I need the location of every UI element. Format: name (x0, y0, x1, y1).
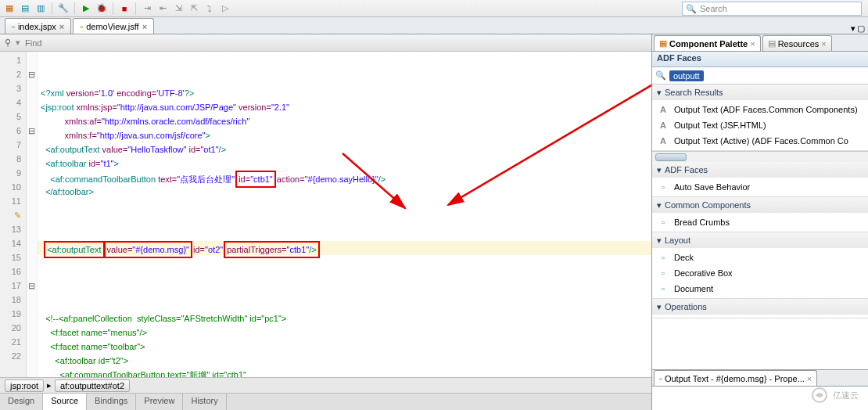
palette-item[interactable]: ▫Bread Crumbs (652, 214, 868, 230)
close-icon[interactable]: × (750, 39, 755, 49)
debug-icon[interactable]: 🐞 (95, 2, 108, 15)
code-line[interactable]: <af:outputText value="#{demo.msg}" id="o… (38, 241, 651, 255)
component-icon: ▫ (657, 268, 669, 279)
step-icon[interactable]: ⇥ (141, 2, 153, 15)
binoculars-icon: 🔍 (655, 70, 666, 81)
run-icon[interactable]: ▶ (80, 2, 92, 15)
component-icon: ▫ (657, 217, 669, 228)
code-line[interactable]: </af:toolbar> (38, 185, 651, 199)
bottom-tabs: DesignSourceBindingsPreviewHistory (0, 393, 651, 410)
binoculars-icon: 🔍 (686, 4, 697, 14)
step4-icon[interactable]: ⇱ (188, 2, 200, 15)
search-placeholder: Search (700, 4, 727, 13)
palette-item[interactable]: AOutput Text (Active) (ADF Faces.Common … (652, 133, 868, 149)
breadcrumb[interactable]: jsp:root (5, 379, 44, 392)
component-icon: ▫ (657, 252, 669, 263)
breadcrumb[interactable]: af:outputtext#ot2 (55, 379, 130, 392)
maximize-icon[interactable]: ▢ (857, 23, 865, 34)
code-line[interactable]: <!--<af:panelCollection styleClass="AFSt… (38, 311, 651, 325)
code-line[interactable]: xmlns:f="http://java.sun.com/jsf/core"> (38, 128, 651, 142)
chevron-down-icon: ▾ (657, 200, 662, 210)
palette-item[interactable]: AOutput Text (JSF.HTML) (652, 117, 868, 133)
section-header[interactable]: ▾Search Results (652, 85, 868, 100)
code-line[interactable]: <af:outputText value="HelloTaskflow" id=… (38, 142, 651, 156)
code-line[interactable] (38, 227, 651, 241)
bottom-tab-history[interactable]: History (183, 394, 226, 410)
code-content[interactable]: <?xml version='1.0' encoding='UTF-8'?><j… (38, 52, 651, 377)
palette-item[interactable]: ▫Deck (652, 250, 868, 265)
component-icon: A (657, 120, 669, 131)
tab-resources[interactable]: ▤ Resources × (762, 35, 832, 51)
component-icon: ▫ (657, 283, 669, 294)
section-header[interactable]: ▾Common Components (652, 197, 868, 213)
tab-label: Component Palette (669, 39, 748, 49)
code-line[interactable]: <af:commandToolbarButton text="点我后台处理" i… (38, 171, 651, 185)
palette-item[interactable]: ▫Document (652, 281, 868, 297)
code-line[interactable]: <af:toolbar id="t1"> (38, 156, 651, 171)
palette-tabs: ▦ Component Palette × ▤ Resources × (652, 34, 868, 52)
find-input[interactable] (25, 38, 647, 48)
code-line[interactable]: <f:facet name="menus"/> (38, 325, 651, 340)
editor-tabs: ▫ index.jspx × ▫ demoView.jsff × ▾ ▢ (0, 17, 868, 34)
close-icon[interactable]: × (821, 39, 826, 49)
code-line[interactable]: <f:facet name="toolbar"> (38, 340, 651, 354)
db-icon[interactable]: ▤ (19, 2, 31, 15)
sql-icon[interactable]: ▦ (3, 2, 16, 15)
code-line[interactable] (38, 269, 651, 283)
step2-icon[interactable]: ⇤ (156, 2, 169, 15)
step6-icon[interactable]: ▷ (219, 2, 231, 15)
palette-item[interactable]: ▫Auto Save Behavior (652, 179, 868, 195)
bottom-tab-bindings[interactable]: Bindings (87, 394, 136, 410)
code-line[interactable] (38, 283, 651, 297)
component-icon: A (657, 135, 669, 146)
close-icon[interactable]: × (59, 22, 64, 31)
code-line[interactable]: <jsp:root xmlns:jsp="http://java.sun.com… (38, 100, 651, 114)
stop-icon[interactable]: ■ (118, 2, 131, 15)
search-value[interactable]: outputt (669, 70, 704, 81)
close-icon[interactable]: × (807, 374, 812, 383)
code-area: 1234567891011✎13141516171819202122 ⊟⊟⊟ <… (0, 52, 651, 377)
bottom-tab-source[interactable]: Source (43, 394, 87, 410)
tab-properties[interactable]: ▫ Output Text - #{demo.msg} - Prope... × (654, 370, 817, 386)
step5-icon[interactable]: ⤵ (203, 2, 216, 15)
section-search-results: ▾Search Results AOutput Text (ADF Faces.… (652, 85, 868, 151)
output-text-icon: ▫ (659, 374, 662, 383)
component-icon: ▫ (657, 182, 669, 192)
code-line[interactable] (38, 213, 651, 227)
scrollbar-h[interactable] (652, 151, 868, 162)
section-header[interactable]: ▾Layout (652, 232, 868, 248)
tab-index-jspx[interactable]: ▫ index.jspx × (5, 18, 71, 34)
tab-list-icon[interactable]: ▾ (851, 23, 855, 34)
palette-section: ▾Operations (652, 299, 868, 318)
wrench-icon[interactable]: 🔧 (57, 2, 70, 15)
code-line[interactable] (38, 297, 651, 311)
code-line[interactable]: <af:commandToolbarButton text="新增" id="c… (38, 368, 651, 377)
resources-icon: ▤ (768, 38, 776, 49)
section-header[interactable]: ▾Operations (652, 299, 868, 315)
tab-component-palette[interactable]: ▦ Component Palette × (654, 35, 761, 51)
find-icon: ⚲ (5, 38, 11, 48)
palette-item[interactable]: ▫Decorative Box (652, 265, 868, 281)
code-line[interactable]: <?xml version='1.0' encoding='UTF-8'?> (38, 86, 651, 100)
section-header[interactable]: ▾ADF Faces (652, 162, 868, 178)
step3-icon[interactable]: ⇲ (172, 2, 185, 15)
code-line[interactable]: xmlns:af="http://xmlns.oracle.com/adf/fa… (38, 114, 651, 128)
chevron-down-icon: ▾ (657, 165, 662, 175)
right-panel: ▦ Component Palette × ▤ Resources × ADF … (652, 34, 868, 410)
tab-label: demoView.jsff (86, 22, 138, 31)
main-toolbar: ▦ ▤ ▥ 🔧 ▶ 🐞 ■ ⇥ ⇤ ⇲ ⇱ ⤵ ▷ 🔍 Search (0, 0, 868, 17)
bottom-tab-preview[interactable]: Preview (136, 394, 183, 410)
palette-item[interactable]: AOutput Text (ADF Faces.Common Component… (652, 102, 868, 117)
palette-section: ▾ADF Faces▫Auto Save Behavior (652, 162, 868, 197)
bottom-tab-design[interactable]: Design (0, 394, 43, 410)
palette-section: ▾Layout▫Deck▫Decorative Box▫Document (652, 232, 868, 299)
db2-icon[interactable]: ▥ (34, 2, 47, 15)
line-gutter: 1234567891011✎13141516171819202122 (0, 52, 27, 377)
global-search[interactable]: 🔍 Search (682, 2, 862, 16)
editor-panel: ⚲ ▾ 1234567891011✎13141516171819202122 ⊟… (0, 34, 652, 410)
tab-demoview-jsff[interactable]: ▫ demoView.jsff × (73, 18, 154, 34)
code-line[interactable]: <af:toolbar id="t2"> (38, 354, 651, 368)
code-line[interactable] (38, 199, 651, 213)
palette-category[interactable]: ADF Faces (652, 52, 868, 67)
close-icon[interactable]: × (142, 22, 147, 31)
